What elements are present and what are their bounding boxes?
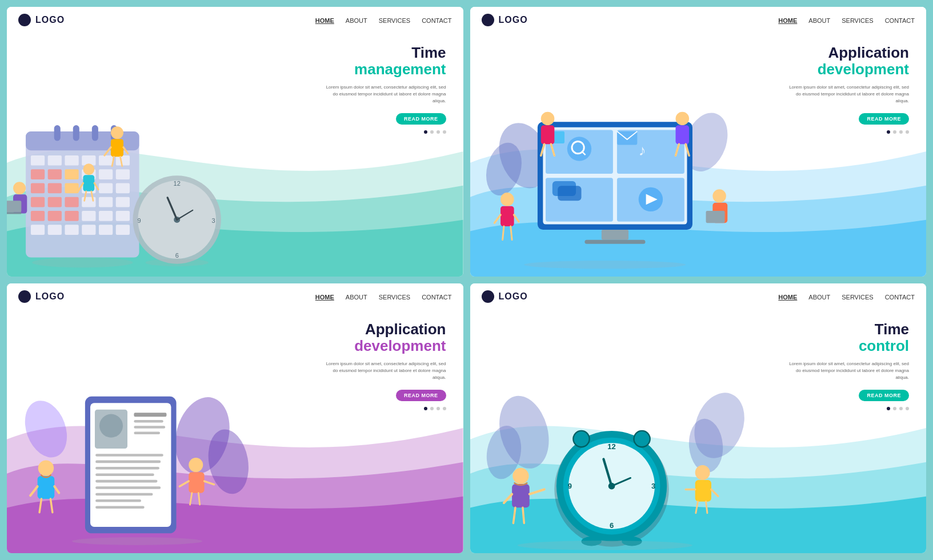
svg-rect-20 [65,183,78,194]
svg-rect-14 [65,170,78,180]
svg-line-101 [494,215,500,223]
card-body-4: 12 6 9 3 [470,310,927,553]
svg-rect-7 [48,155,62,166]
dot-2-3 [430,407,434,410]
svg-text:6: 6 [175,252,179,259]
read-more-btn-1[interactable]: READ MORE [396,113,446,125]
svg-rect-18 [31,183,45,194]
svg-line-134 [50,499,52,513]
title-3-line2: development [321,338,446,354]
svg-rect-27 [82,197,95,207]
svg-line-163 [503,494,511,502]
title-1-line2: management [321,61,446,78]
dot-3-3 [437,407,440,410]
logo-text-2: LOGO [499,15,528,25]
svg-text:9: 9 [567,482,571,490]
svg-rect-2 [54,125,61,141]
nav-contact-4[interactable]: CONTACT [885,291,915,302]
dot-3-2 [899,130,903,134]
nav-contact-3[interactable]: CONTACT [422,291,451,302]
read-more-btn-3[interactable]: READ MORE [396,390,446,401]
svg-rect-107 [706,210,724,222]
svg-rect-118 [134,426,165,429]
nav-contact-1[interactable]: CONTACT [422,15,451,25]
svg-rect-23 [116,183,130,194]
nav-about-1[interactable]: ABOUT [346,15,367,25]
nav-home-1[interactable]: HOME [315,15,334,25]
svg-text:♪: ♪ [638,142,646,158]
nav-services-4[interactable]: SERVICES [842,291,873,302]
svg-rect-28 [99,197,113,207]
svg-rect-89 [601,229,628,239]
nav-about-4[interactable]: ABOUT [808,291,830,302]
dot-2-2 [893,130,896,134]
svg-point-158 [634,430,650,446]
card-app-development-2: LOGO HOME ABOUT SERVICES CONTACT [7,283,463,553]
svg-rect-16 [99,170,113,180]
svg-rect-3 [73,125,79,141]
svg-line-133 [39,499,41,513]
navbar-1: LOGO HOME ABOUT SERVICES CONTACT [7,7,463,33]
svg-point-78 [567,137,591,161]
logo-text-4: LOGO [499,291,528,302]
svg-point-111 [18,395,74,463]
svg-rect-34 [99,211,113,221]
dot-3-1 [437,130,440,134]
illustration-alarm: 12 6 9 3 [470,378,753,553]
svg-rect-96 [675,125,689,144]
svg-rect-29 [116,197,130,207]
svg-rect-92 [540,125,554,144]
dot-active-4 [887,407,890,410]
logo-area-1: LOGO [18,14,65,26]
content-right-4: Time control Lorem ipsum dolor sit amet,… [783,321,909,410]
svg-text:12: 12 [607,442,615,450]
svg-text:9: 9 [137,217,141,224]
svg-rect-41 [116,225,130,235]
svg-rect-124 [95,480,157,483]
nav-home-3[interactable]: HOME [315,291,334,302]
nav-home-4[interactable]: HOME [778,291,797,302]
svg-rect-126 [95,493,153,496]
svg-rect-8 [65,155,78,166]
nav-contact-2[interactable]: CONTACT [885,15,915,25]
svg-rect-19 [48,183,62,194]
title-1-line1: Time [321,45,446,61]
nav-services-3[interactable]: SERVICES [379,291,410,302]
svg-point-161 [512,467,528,483]
svg-rect-121 [95,461,161,463]
illustration-monitor: ♪ [470,102,753,277]
svg-rect-39 [82,225,95,235]
read-more-btn-4[interactable]: READ MORE [859,390,909,401]
svg-rect-12 [31,170,45,180]
svg-point-105 [712,189,726,203]
nav-about-3[interactable]: ABOUT [346,291,367,302]
svg-point-57 [13,182,26,195]
svg-rect-62 [83,175,94,191]
dots-2 [783,130,909,134]
nav-services-2[interactable]: SERVICES [842,15,873,25]
nav-about-2[interactable]: ABOUT [808,15,830,25]
title-3-line1: Application [321,321,446,338]
dots-4 [783,407,909,410]
logo-area-4: LOGO [482,290,528,303]
svg-line-131 [30,487,38,496]
svg-point-108 [524,261,686,269]
read-more-btn-2[interactable]: READ MORE [859,113,909,125]
svg-point-91 [540,111,554,125]
svg-rect-119 [134,432,160,435]
svg-line-103 [502,226,503,240]
dot-2-4 [893,407,896,410]
desc-1: Lorem ipsum dolor sit amet, consectetur … [321,84,446,105]
nav-home-2[interactable]: HOME [778,15,797,25]
svg-line-132 [54,487,59,493]
svg-rect-24 [31,197,45,207]
logo-area-3: LOGO [18,290,65,303]
logo-dot-3 [18,290,31,303]
dot-2-1 [430,130,434,134]
nav-services-1[interactable]: SERVICES [379,15,410,25]
svg-point-141 [72,538,202,546]
dot-4-4 [906,407,909,410]
svg-rect-33 [82,211,95,221]
svg-line-165 [513,507,515,523]
svg-rect-37 [48,225,62,235]
